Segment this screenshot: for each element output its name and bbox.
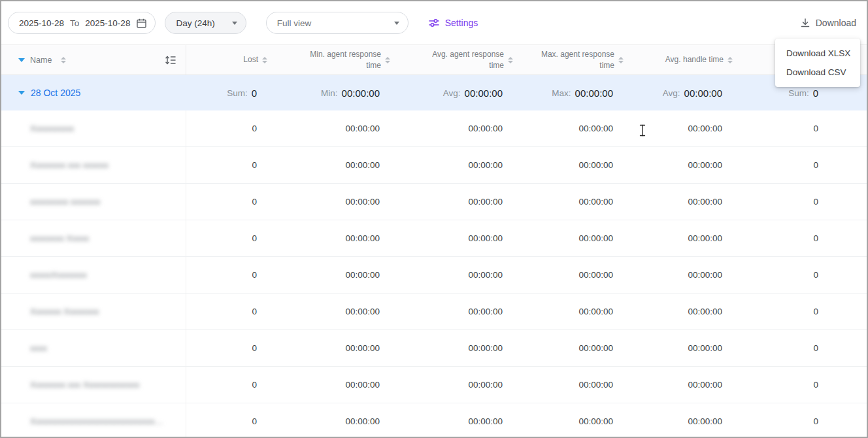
calendar-icon [136,18,147,29]
row-value: 0 [744,257,867,293]
table-row[interactable]: xxxx 0 00:00:00 00:00:00 00:00:00 00:00:… [1,330,867,367]
download-label: Download [816,18,856,28]
column-header-max-agent-response[interactable]: Max. agent response time [525,45,635,75]
row-value: 00:00:00 [279,294,402,329]
table-header: Name Lost Min. agent response time Avg. … [1,44,867,75]
column-header-avg-agent-response[interactable]: Avg. agent response time [402,45,525,75]
settings-button[interactable]: Settings [428,17,478,29]
row-name-cell: xxxxxXxxxxxxx [1,257,186,293]
column-label: Avg. agent response time [427,49,504,70]
row-value: 0 [186,110,279,146]
summary-cell: Avg: 00:00:00 [402,75,525,110]
summary-prefix: Sum: [227,88,248,98]
row-name: Xxxxxxxxxx [30,124,74,133]
reports-page: 2025-10-28 To 2025-10-28 Day (24h) Full … [0,0,868,438]
row-value: 00:00:00 [402,403,525,438]
table-row[interactable]: Xxxxxxx Xxxxxxxx 0 00:00:00 00:00:00 00:… [1,294,867,330]
settings-icon [428,17,440,29]
table-row[interactable]: Xxxxxxxx xxx Xxxxxxxxxxxxx 0 00:00:00 00… [1,367,867,403]
table-row[interactable]: Xxxxxxxxxxxxxxxxxxxxxxxxxxxxx… 0 00:00:0… [1,403,867,438]
column-label: Lost [243,54,258,65]
sort-arrows-icon [262,57,267,63]
row-value: 00:00:00 [525,110,635,146]
summary-value: 00:00:00 [684,88,722,99]
toolbar: 2025-10-28 To 2025-10-28 Day (24h) Full … [1,1,867,44]
summary-value: 00:00:00 [342,88,380,99]
group-date-label: 28 Oct 2025 [31,88,80,98]
table-row[interactable]: Xxxxxxxx xxx xxxxxx 0 00:00:00 00:00:00 … [1,147,867,184]
column-header-name[interactable]: Name [1,45,186,75]
row-name: xxxx [30,343,47,353]
row-value: 00:00:00 [635,257,744,293]
row-value: 0 [744,367,867,403]
summary-row: 28 Oct 2025 Sum: 0 Min: 00:00:00 Avg: 00… [1,75,867,110]
row-value: 0 [744,184,867,220]
period-value: Day (24h) [176,18,214,28]
sort-arrows-icon [618,57,624,63]
download-button[interactable]: Download [800,18,856,28]
download-icon [800,18,810,28]
chevron-down-icon [394,22,399,25]
row-name-cell: Xxxxxxxx xxx Xxxxxxxxxxxxx [1,367,186,403]
date-range-picker[interactable]: 2025-10-28 To 2025-10-28 [8,12,156,34]
table-row[interactable]: Xxxxxxxxxx 0 00:00:00 00:00:00 00:00:00 … [1,110,867,147]
row-value: 00:00:00 [279,184,402,220]
row-name: xxxxxxxx Xxxxx [30,233,89,243]
row-name-cell: Xxxxxxx Xxxxxxxx [1,294,186,329]
row-value: 00:00:00 [525,257,635,293]
summary-cell: Max: 00:00:00 [525,75,635,110]
column-label: Avg. handle time [665,54,724,65]
row-value: 00:00:00 [279,367,402,403]
row-name-cell: Xxxxxxxx xxx xxxxxx [1,147,186,183]
row-value: 00:00:00 [635,147,744,183]
row-value: 00:00:00 [525,403,635,438]
summary-value: 0 [813,88,818,99]
row-value: 00:00:00 [635,330,744,366]
row-value: 00:00:00 [525,294,635,329]
row-name-cell: xxxxxxxxx xxxxxxx [1,184,186,220]
group-row-date[interactable]: 28 Oct 2025 [1,75,186,110]
collapse-all-icon[interactable] [18,58,25,62]
row-value: 00:00:00 [402,257,525,293]
summary-cell: Sum: 0 [186,75,279,110]
menu-item-download-csv[interactable]: Download CSV [775,63,860,82]
row-value: 00:00:00 [279,147,402,183]
download-menu: Download XLSX Download CSV [775,39,860,87]
row-value: 00:00:00 [279,257,402,293]
sort-arrows-icon [508,57,513,63]
table-row[interactable]: xxxxxxxx Xxxxx 0 00:00:00 00:00:00 00:00… [1,220,867,257]
row-value: 0 [186,294,279,329]
row-value: 00:00:00 [279,220,402,256]
column-header-min-agent-response[interactable]: Min. agent response time [279,45,402,75]
column-label: Name [30,56,52,65]
row-height-icon[interactable] [165,55,186,65]
column-header-lost[interactable]: Lost [186,45,279,75]
table-row[interactable]: xxxxxXxxxxxxx 0 00:00:00 00:00:00 00:00:… [1,257,867,294]
table-row[interactable]: xxxxxxxxx xxxxxxx 0 00:00:00 00:00:00 00… [1,184,867,220]
row-value: 00:00:00 [635,220,744,256]
summary-prefix: Min: [321,88,338,98]
date-from[interactable]: 2025-10-28 [19,18,64,28]
row-value: 00:00:00 [279,110,402,146]
view-select[interactable]: Full view [266,12,409,34]
row-value: 0 [186,257,279,293]
date-to[interactable]: 2025-10-28 [85,18,130,28]
row-value: 0 [186,403,279,438]
column-header-avg-handle-time[interactable]: Avg. handle time [635,45,744,75]
row-name-cell: Xxxxxxxxxxxxxxxxxxxxxxxxxxxxx… [1,403,186,438]
row-name: Xxxxxxxxxxxxxxxxxxxxxxxxxxxxx… [30,416,163,426]
period-select[interactable]: Day (24h) [165,12,246,34]
summary-prefix: Avg: [443,88,461,98]
row-value: 00:00:00 [525,330,635,366]
menu-item-download-xlsx[interactable]: Download XLSX [775,44,860,63]
summary-cell: Min: 00:00:00 [279,75,402,110]
row-value: 00:00:00 [402,330,525,366]
row-value: 00:00:00 [525,220,635,256]
view-value: Full view [277,18,312,28]
row-name-cell: xxxx [1,330,186,366]
summary-prefix: Sum: [788,88,809,98]
row-name: Xxxxxxxx xxx Xxxxxxxxxxxxx [30,380,140,390]
row-value: 00:00:00 [402,220,525,256]
row-value: 00:00:00 [525,184,635,220]
collapse-group-icon[interactable] [18,91,25,95]
